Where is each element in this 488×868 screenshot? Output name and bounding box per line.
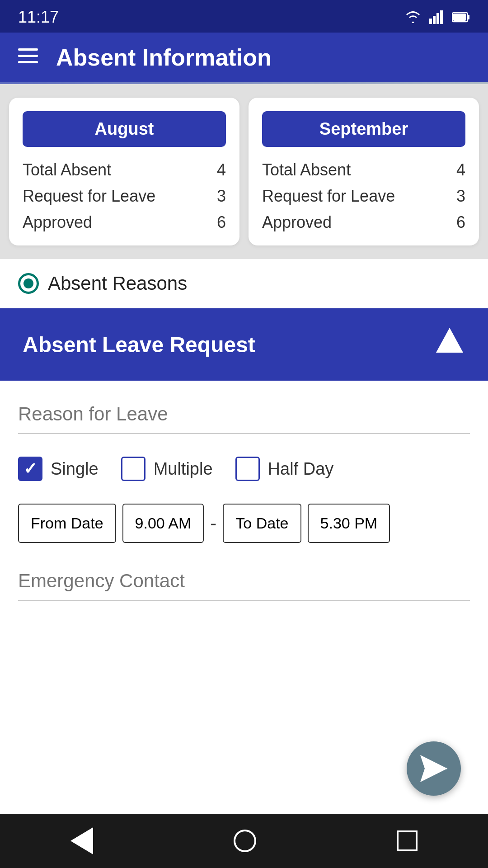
send-fab-button[interactable] bbox=[407, 741, 461, 796]
august-request-leave-row: Request for Leave 3 bbox=[23, 187, 226, 206]
upload-arrow-icon bbox=[434, 326, 465, 363]
august-total-absent-label: Total Absent bbox=[23, 160, 111, 179]
svg-rect-7 bbox=[18, 48, 38, 51]
september-stats: Total Absent 4 Request for Leave 3 Appro… bbox=[262, 160, 465, 232]
svg-rect-0 bbox=[429, 19, 432, 24]
from-time-button[interactable]: 9.00 AM bbox=[122, 504, 204, 543]
september-approved-label: Approved bbox=[262, 213, 332, 232]
absent-reasons-radio[interactable] bbox=[18, 273, 39, 294]
app-header: Absent Information bbox=[0, 33, 488, 82]
single-checkbox-item: ✓ Single bbox=[18, 457, 99, 481]
leave-request-banner[interactable]: Absent Leave Request bbox=[0, 308, 488, 381]
halfday-checkbox-item: Half Day bbox=[235, 457, 334, 481]
september-request-leave-label: Request for Leave bbox=[262, 187, 395, 206]
september-total-absent-row: Total Absent 4 bbox=[262, 160, 465, 179]
form-area: ✓ Single Multiple Half Day From Date 9.0… bbox=[0, 381, 488, 868]
august-approved-label: Approved bbox=[23, 213, 92, 232]
leave-request-title: Absent Leave Request bbox=[23, 332, 255, 357]
signal-icon bbox=[429, 10, 444, 24]
svg-rect-8 bbox=[18, 55, 38, 57]
recent-apps-square-icon bbox=[397, 830, 418, 851]
september-request-leave-value: 3 bbox=[456, 187, 465, 206]
august-approved-value: 6 bbox=[217, 213, 226, 232]
september-total-absent-value: 4 bbox=[456, 160, 465, 179]
absent-reasons-label: Absent Reasons bbox=[48, 273, 187, 294]
multiple-checkbox[interactable] bbox=[121, 457, 145, 481]
emergency-contact-input[interactable] bbox=[18, 566, 470, 601]
home-circle-icon bbox=[234, 830, 256, 852]
august-request-leave-label: Request for Leave bbox=[23, 187, 155, 206]
august-approved-row: Approved 6 bbox=[23, 213, 226, 232]
svg-rect-2 bbox=[436, 13, 439, 24]
status-bar: 11:17 bbox=[0, 0, 488, 33]
august-total-absent-row: Total Absent 4 bbox=[23, 160, 226, 179]
date-row: From Date 9.00 AM - To Date 5.30 PM bbox=[18, 504, 470, 543]
reason-for-leave-input[interactable] bbox=[18, 399, 470, 434]
september-total-absent-label: Total Absent bbox=[262, 160, 351, 179]
svg-rect-5 bbox=[468, 15, 469, 19]
back-nav-button[interactable] bbox=[70, 827, 93, 854]
august-total-absent-value: 4 bbox=[217, 160, 226, 179]
svg-rect-9 bbox=[18, 61, 38, 63]
to-time-button[interactable]: 5.30 PM bbox=[308, 504, 390, 543]
halfday-checkbox[interactable] bbox=[235, 457, 260, 481]
multiple-checkbox-item: Multiple bbox=[121, 457, 213, 481]
status-icons bbox=[405, 10, 470, 24]
september-approved-row: Approved 6 bbox=[262, 213, 465, 232]
checkbox-check-mark: ✓ bbox=[23, 461, 37, 477]
battery-icon bbox=[452, 11, 470, 23]
svg-marker-10 bbox=[436, 328, 463, 353]
svg-rect-3 bbox=[440, 10, 443, 24]
svg-rect-6 bbox=[453, 14, 466, 21]
hamburger-menu-icon[interactable] bbox=[18, 47, 38, 68]
wifi-icon bbox=[405, 10, 421, 24]
month-cards-area: August Total Absent 4 Request for Leave … bbox=[0, 84, 488, 259]
absent-reasons-section: Absent Reasons bbox=[0, 259, 488, 308]
radio-inner-dot bbox=[23, 278, 33, 288]
status-time: 11:17 bbox=[18, 8, 59, 27]
single-checkbox[interactable]: ✓ bbox=[18, 457, 42, 481]
august-card: August Total Absent 4 Request for Leave … bbox=[9, 98, 239, 245]
from-date-button[interactable]: From Date bbox=[18, 504, 116, 543]
date-separator: - bbox=[210, 513, 216, 534]
september-card: September Total Absent 4 Request for Lea… bbox=[249, 98, 479, 245]
september-month-button[interactable]: September bbox=[262, 111, 465, 147]
bottom-navigation bbox=[0, 814, 488, 868]
single-label: Single bbox=[51, 459, 99, 479]
back-triangle-icon bbox=[70, 827, 93, 854]
september-request-leave-row: Request for Leave 3 bbox=[262, 187, 465, 206]
to-date-button[interactable]: To Date bbox=[223, 504, 301, 543]
home-nav-button[interactable] bbox=[234, 830, 256, 852]
svg-rect-1 bbox=[433, 16, 436, 24]
multiple-label: Multiple bbox=[154, 459, 213, 479]
checkbox-row: ✓ Single Multiple Half Day bbox=[18, 457, 470, 481]
recent-apps-button[interactable] bbox=[397, 830, 418, 851]
august-stats: Total Absent 4 Request for Leave 3 Appro… bbox=[23, 160, 226, 232]
send-icon bbox=[419, 754, 448, 783]
halfday-label: Half Day bbox=[268, 459, 334, 479]
page-title: Absent Information bbox=[56, 44, 272, 71]
august-month-button[interactable]: August bbox=[23, 111, 226, 147]
september-approved-value: 6 bbox=[456, 213, 465, 232]
august-request-leave-value: 3 bbox=[217, 187, 226, 206]
